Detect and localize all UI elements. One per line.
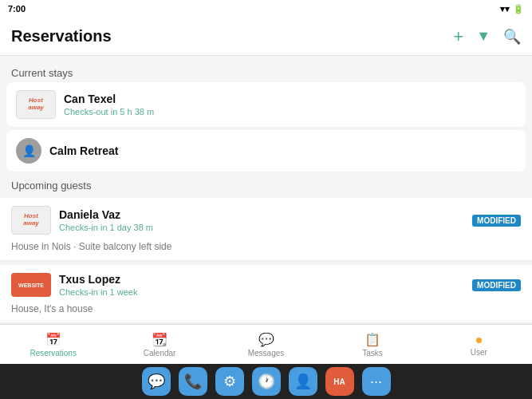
search-icon[interactable]: 🔍 bbox=[503, 28, 521, 45]
bottom-nav-user[interactable]: User bbox=[426, 325, 532, 364]
app-header: Reservations + ▼ 🔍 bbox=[0, 18, 532, 56]
wifi-icon: ▾▾ bbox=[500, 4, 510, 14]
battery-icon: 🔋 bbox=[513, 4, 524, 14]
reservations-nav-icon: 📅 bbox=[45, 332, 61, 347]
dock-hostaway-icon[interactable]: HA bbox=[325, 367, 354, 396]
stay-checkout-status: Checks-out in 5 h 38 m bbox=[64, 107, 516, 117]
current-stay-card-calm-retreat[interactable]: 👤 Calm Retreat bbox=[6, 130, 526, 172]
status-time: 7:00 bbox=[8, 4, 26, 14]
dock-more-icon[interactable]: ··· bbox=[362, 367, 391, 396]
website-logo-txus: Website bbox=[11, 273, 51, 297]
upcoming-card-daniela[interactable]: Hostaway Daniela Vaz Checks-in in 1 day … bbox=[0, 198, 532, 262]
add-reservation-button[interactable]: + bbox=[453, 26, 463, 47]
modified-badge: MODIFIED bbox=[472, 215, 521, 227]
hostaway-logo-daniela: Hostaway bbox=[11, 206, 51, 235]
dock-user-icon[interactable]: 👤 bbox=[289, 367, 317, 396]
upcoming-guest-name: Daniela Vaz bbox=[59, 208, 153, 221]
current-stays-label: Current stays bbox=[0, 62, 532, 82]
page-title: Reservations bbox=[11, 27, 112, 45]
stay-info: Can Texel Checks-out in 5 h 38 m bbox=[64, 93, 516, 117]
stay-guest-name: Can Texel bbox=[64, 93, 516, 105]
dock-chat-icon[interactable]: 💬 bbox=[142, 367, 171, 396]
upcoming-guest-name-txus: Txus Lopez bbox=[59, 273, 137, 286]
filter-icon[interactable]: ▼ bbox=[476, 28, 491, 45]
main-content: Current stays Hostaway Can Texel Checks-… bbox=[0, 56, 532, 324]
status-icons: ▾▾ 🔋 bbox=[500, 4, 524, 14]
reservations-nav-label: Reservations bbox=[30, 349, 77, 358]
dock-settings-icon[interactable]: ⚙ bbox=[215, 367, 244, 396]
system-dock: 💬 📞 ⚙ 🕐 👤 HA ··· bbox=[0, 364, 532, 399]
tasks-nav-icon: 📋 bbox=[365, 332, 380, 347]
user-dot-icon bbox=[476, 332, 482, 346]
dock-phone-icon[interactable]: 📞 bbox=[179, 367, 207, 396]
status-bar: 7:00 ▾▾ 🔋 bbox=[0, 0, 532, 18]
user-nav-label: User bbox=[471, 348, 487, 357]
messages-nav-label: Messages bbox=[248, 349, 285, 358]
dock-clock-icon[interactable]: 🕐 bbox=[252, 367, 281, 396]
upcoming-property-txus: House, It's a house bbox=[0, 302, 532, 323]
upcoming-guests-label: Upcoming guests bbox=[0, 175, 532, 195]
upcoming-property: House in Nois · Suite balcony left side bbox=[0, 239, 532, 261]
upcoming-checkin-status: Checks-in in 1 day 38 m bbox=[59, 223, 153, 232]
hostaway-logo: Hostaway bbox=[16, 90, 56, 119]
tasks-nav-label: Tasks bbox=[362, 349, 383, 358]
upcoming-card-txus[interactable]: Website Txus Lopez Checks-in in 1 week M… bbox=[0, 265, 532, 324]
bottom-nav: 📅 Reservations 📆 Calendar 💬 Messages 📋 T… bbox=[0, 324, 532, 364]
messages-nav-icon: 💬 bbox=[258, 332, 274, 347]
bottom-nav-calendar[interactable]: 📆 Calendar bbox=[106, 325, 212, 364]
calendar-nav-icon: 📆 bbox=[152, 332, 167, 347]
header-actions: + ▼ 🔍 bbox=[453, 26, 521, 47]
bottom-nav-reservations[interactable]: 📅 Reservations bbox=[0, 325, 106, 364]
current-stay-card-can-texel[interactable]: Hostaway Can Texel Checks-out in 5 h 38 … bbox=[6, 82, 526, 127]
avatar: 👤 bbox=[16, 138, 41, 164]
bottom-nav-messages[interactable]: 💬 Messages bbox=[213, 325, 319, 364]
bottom-nav-tasks[interactable]: 📋 Tasks bbox=[319, 325, 425, 364]
upcoming-checkin-txus: Checks-in in 1 week bbox=[59, 287, 137, 297]
calendar-nav-label: Calendar bbox=[144, 349, 176, 358]
calm-retreat-name: Calm Retreat bbox=[49, 144, 118, 157]
modified-badge-txus: MODIFIED bbox=[472, 279, 521, 291]
